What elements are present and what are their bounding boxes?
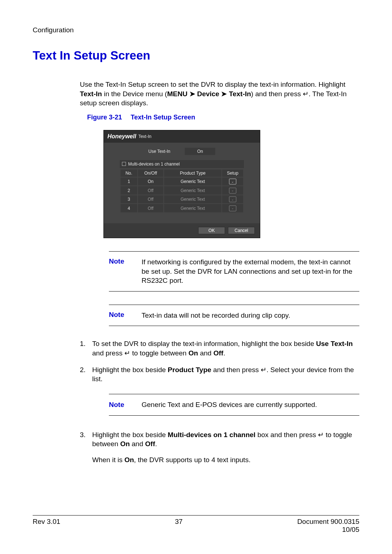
step-text: to toggle between bbox=[130, 349, 189, 357]
multi-devices-label: Multi-devices on 1 channel bbox=[128, 162, 180, 167]
note-block: Note Generic Text and E-POS devices are … bbox=[109, 394, 359, 416]
intro-paragraph: Use the Text-In Setup screen to set the … bbox=[80, 80, 359, 108]
step-text: and bbox=[130, 440, 145, 448]
figure-caption: Figure 3-21Text-In Setup Screen bbox=[87, 114, 359, 121]
cell-setup[interactable]: ⌄ bbox=[222, 178, 243, 186]
step-text: , the DVR supports up to 4 text inputs. bbox=[134, 456, 250, 464]
footer-rev: Rev 3.01 bbox=[33, 518, 60, 534]
textin-setup-screenshot: Honeywell Text-In Use Text-In On Multi-d… bbox=[103, 130, 260, 238]
cell-product-type[interactable]: Generic Text bbox=[164, 195, 221, 204]
step-bold: Use Text-In bbox=[316, 340, 353, 347]
textin-table: No. On/Off Product Type Setup 1 On Gener… bbox=[120, 169, 244, 213]
step-text: . bbox=[155, 440, 157, 448]
cell-setup[interactable]: ⌄ bbox=[222, 195, 243, 204]
intro-text: in the Device menu ( bbox=[102, 90, 167, 98]
page-footer: Rev 3.01 37 Document 900.0315 10/05 bbox=[33, 515, 359, 534]
cell-onoff[interactable]: Off bbox=[138, 186, 163, 195]
step-text: and bbox=[198, 349, 213, 357]
note-label: Note bbox=[109, 400, 142, 410]
enter-icon: ↵ bbox=[124, 349, 130, 357]
step-list: To set the DVR to display the text-in in… bbox=[80, 339, 359, 464]
brand-logo: Honeywell bbox=[107, 133, 136, 140]
cell-no: 3 bbox=[121, 195, 137, 204]
step-text: box and then press bbox=[256, 431, 318, 439]
use-textin-row: Use Text-In On bbox=[104, 143, 260, 160]
cell-onoff[interactable]: On bbox=[138, 178, 163, 186]
ok-button[interactable]: OK bbox=[198, 227, 225, 234]
cell-setup[interactable]: ⌄ bbox=[222, 186, 243, 195]
footer-doc-id: Document 900.0315 bbox=[297, 518, 359, 526]
note-label: Note bbox=[109, 311, 142, 320]
cell-no: 2 bbox=[121, 186, 137, 195]
step-item: Highlight the box beside Product Type an… bbox=[80, 365, 359, 423]
col-product-type: Product Type bbox=[164, 170, 221, 177]
dropdown-icon[interactable]: ⌄ bbox=[229, 196, 236, 202]
step-text: Highlight the box beside bbox=[92, 431, 168, 439]
table-row: 3 Off Generic Text ⌄ bbox=[121, 195, 243, 204]
step-text: and press bbox=[92, 349, 124, 357]
use-textin-label: Use Text-In bbox=[148, 149, 170, 154]
table-row: 1 On Generic Text ⌄ bbox=[121, 178, 243, 186]
step-item: To set the DVR to display the text-in in… bbox=[80, 339, 359, 358]
intro-text: ) and then press bbox=[251, 90, 303, 98]
dialog-button-row: OK Cancel bbox=[104, 223, 260, 238]
cancel-button[interactable]: Cancel bbox=[228, 227, 255, 234]
col-onoff: On/Off bbox=[138, 170, 163, 177]
cell-setup[interactable]: ⌄ bbox=[222, 204, 243, 212]
footer-date: 10/05 bbox=[297, 526, 359, 534]
note-block: Note If networking is configured by the … bbox=[109, 251, 359, 292]
step-text: and then press bbox=[211, 366, 261, 374]
table-row: 4 Off Generic Text ⌄ bbox=[121, 204, 243, 212]
note-body: If networking is configured by the exter… bbox=[142, 257, 359, 285]
dropdown-icon[interactable]: ⌄ bbox=[229, 188, 236, 194]
dropdown-icon[interactable]: ⌄ bbox=[229, 179, 236, 184]
cell-product-type[interactable]: Generic Text bbox=[164, 178, 221, 186]
step-bold: Multi-devices on 1 channel bbox=[168, 431, 256, 439]
running-header: Configuration bbox=[33, 26, 359, 34]
col-setup: Setup bbox=[222, 170, 243, 177]
step-text: . bbox=[223, 349, 225, 357]
footer-page-number: 37 bbox=[175, 518, 183, 534]
note-label: Note bbox=[109, 257, 142, 285]
figure-title: Text-In Setup Screen bbox=[131, 114, 195, 121]
step-bold: On bbox=[124, 456, 134, 464]
step-bold: On bbox=[188, 349, 198, 357]
note-block: Note Text-in data will not be recorded d… bbox=[109, 305, 359, 326]
enter-icon: ↵ bbox=[261, 366, 266, 374]
use-textin-value[interactable]: On bbox=[185, 148, 215, 155]
window-title: Text-In bbox=[138, 134, 151, 139]
cell-onoff[interactable]: Off bbox=[138, 195, 163, 204]
table-row: 2 Off Generic Text ⌄ bbox=[121, 186, 243, 195]
enter-icon: ↵ bbox=[303, 90, 309, 98]
window-titlebar: Honeywell Text-In bbox=[104, 130, 260, 143]
step-text: Highlight the box beside bbox=[92, 366, 168, 374]
checkbox-icon[interactable] bbox=[122, 162, 126, 166]
cell-product-type[interactable]: Generic Text bbox=[164, 186, 221, 195]
intro-bold-textin: Text-In bbox=[80, 90, 102, 98]
multi-devices-row[interactable]: Multi-devices on 1 channel bbox=[120, 160, 244, 168]
dropdown-icon[interactable]: ⌄ bbox=[229, 205, 236, 211]
cell-no: 1 bbox=[121, 178, 137, 186]
figure-label: Figure 3-21 bbox=[87, 114, 122, 121]
step-text: When it is bbox=[92, 456, 124, 464]
cell-no: 4 bbox=[121, 204, 137, 212]
col-no: No. bbox=[121, 170, 137, 177]
note-body: Generic Text and E-POS devices are curre… bbox=[142, 400, 359, 410]
step-bold: Off bbox=[213, 349, 223, 357]
step-bold: Product Type bbox=[168, 366, 211, 374]
menu-path: MENU ➤ Device ➤ Text-In bbox=[167, 90, 251, 98]
cell-product-type[interactable]: Generic Text bbox=[164, 204, 221, 212]
step-text: To set the DVR to display the text-in in… bbox=[92, 340, 316, 347]
enter-icon: ↵ bbox=[318, 431, 324, 439]
step-item: Highlight the box beside Multi-devices o… bbox=[80, 430, 359, 465]
note-body: Text-in data will not be recorded during… bbox=[142, 311, 359, 320]
step-bold: Off bbox=[145, 440, 155, 448]
intro-text: Use the Text-In Setup screen to set the … bbox=[80, 81, 346, 88]
cell-onoff[interactable]: Off bbox=[138, 204, 163, 212]
page-title: Text In Setup Screen bbox=[33, 49, 359, 62]
table-header-row: No. On/Off Product Type Setup bbox=[121, 170, 243, 177]
step-bold: On bbox=[120, 440, 130, 448]
